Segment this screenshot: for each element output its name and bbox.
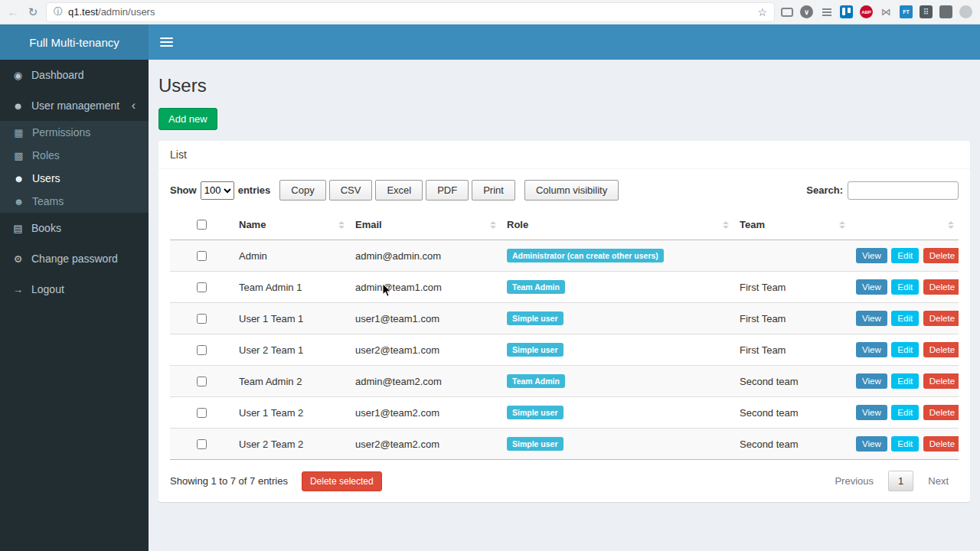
edit-button[interactable]: Edit: [891, 311, 919, 326]
layers-icon[interactable]: [820, 5, 833, 18]
view-button[interactable]: View: [856, 436, 887, 452]
edit-button[interactable]: Edit: [891, 248, 919, 263]
copy-button[interactable]: Copy: [279, 180, 325, 201]
sidebar-item-books[interactable]: ▤ Books: [0, 213, 149, 243]
sidebar-item-teams[interactable]: ☻ Teams: [0, 190, 149, 213]
view-button[interactable]: View: [856, 373, 887, 389]
column-header-name[interactable]: Name: [233, 210, 349, 240]
table-row: User 1 Team 1 user1@team1.com Simple use…: [170, 303, 959, 334]
delete-button[interactable]: Delete: [923, 279, 959, 295]
back-icon[interactable]: ←: [6, 5, 20, 18]
row-checkbox[interactable]: [197, 282, 207, 292]
column-header-role[interactable]: Role: [501, 210, 733, 240]
refresh-icon[interactable]: ↻: [26, 5, 40, 19]
sidebar-item-users[interactable]: ☻ Users: [0, 167, 149, 190]
delete-button[interactable]: Delete: [923, 436, 959, 452]
edit-button[interactable]: Edit: [891, 405, 919, 420]
ft-extension-icon[interactable]: FT: [900, 5, 913, 18]
delete-button[interactable]: Delete: [923, 373, 959, 389]
cell-team: [733, 240, 850, 272]
row-checkbox[interactable]: [197, 314, 207, 324]
browser-profile-icon[interactable]: [959, 5, 972, 18]
bookmark-star-icon[interactable]: ☆: [757, 6, 767, 18]
page-length-select[interactable]: 100: [201, 181, 234, 200]
previous-page-button[interactable]: Previous: [825, 471, 884, 491]
row-checkbox[interactable]: [197, 377, 207, 386]
cell-team: Second team: [733, 366, 850, 397]
delete-button[interactable]: Delete: [923, 342, 959, 357]
extension-icons: ∨ ABP ⋈ FT ⠿: [781, 5, 974, 18]
edit-button[interactable]: Edit: [891, 436, 919, 452]
edit-button[interactable]: Edit: [891, 342, 919, 357]
print-button[interactable]: Print: [472, 180, 515, 201]
row-checkbox[interactable]: [197, 408, 207, 418]
delete-selected-button[interactable]: Delete selected: [302, 471, 382, 491]
edit-button[interactable]: Edit: [891, 279, 919, 295]
column-header-actions[interactable]: [850, 210, 959, 240]
sidebar-item-user-management[interactable]: ☻ User management ‹: [0, 90, 149, 121]
search-input[interactable]: [848, 181, 959, 200]
page-1-button[interactable]: 1: [888, 471, 913, 491]
pocket-icon[interactable]: ∨: [800, 5, 813, 18]
adblock-icon[interactable]: ABP: [860, 5, 873, 18]
delete-button[interactable]: Delete: [923, 248, 959, 263]
view-button[interactable]: View: [856, 311, 887, 326]
sort-icon[interactable]: [338, 221, 345, 229]
sidebar-item-label: Roles: [32, 149, 60, 161]
sidebar-item-label: Permissions: [32, 126, 90, 139]
sidebar-item-label: User management: [31, 99, 119, 112]
sidebar-item-label: Books: [31, 222, 61, 234]
sort-icon[interactable]: [948, 221, 954, 229]
row-checkbox[interactable]: [197, 251, 207, 261]
cell-team: First Team: [733, 334, 850, 366]
add-new-button[interactable]: Add new: [158, 108, 217, 130]
csv-button[interactable]: CSV: [329, 180, 373, 201]
trello-icon[interactable]: [840, 5, 853, 18]
sort-icon[interactable]: [723, 221, 729, 229]
users-table: Name Email Role Team Admin admin@admin.c…: [170, 210, 959, 460]
pagination: Previous 1 Next: [825, 471, 959, 491]
column-visibility-button[interactable]: Column visibility: [524, 180, 619, 201]
next-page-button[interactable]: Next: [918, 471, 959, 491]
card-body: Show 100 entries Copy CSV Excel PDF Prin…: [158, 169, 970, 502]
page-info-icon[interactable]: ⓘ: [54, 5, 63, 18]
user-management-submenu: ▦ Permissions ▩ Roles ☻ Users ☻ Teams: [0, 121, 149, 213]
book-icon: ▤: [11, 223, 24, 234]
row-checkbox[interactable]: [197, 345, 207, 355]
edit-button[interactable]: Edit: [891, 373, 919, 389]
card-title: List: [158, 141, 970, 169]
sidebar-item-roles[interactable]: ▩ Roles: [0, 144, 149, 167]
view-button[interactable]: View: [856, 279, 887, 295]
list-card: List Show 100 entries Copy CSV Excel P: [158, 141, 970, 502]
sort-icon[interactable]: [839, 221, 845, 229]
column-header-team[interactable]: Team: [733, 210, 850, 240]
view-button[interactable]: View: [856, 342, 887, 357]
brand-logo[interactable]: Full Multi-tenancy: [0, 24, 149, 60]
sidebar-item-label: Teams: [32, 195, 64, 207]
snip-icon[interactable]: ⋈: [880, 5, 893, 18]
sidebar-item-permissions[interactable]: ▦ Permissions: [0, 121, 149, 144]
row-checkbox[interactable]: [197, 439, 207, 449]
pdf-button[interactable]: PDF: [426, 180, 469, 201]
sort-icon[interactable]: [490, 221, 496, 229]
column-header-email[interactable]: Email: [349, 210, 501, 240]
delete-button[interactable]: Delete: [923, 311, 959, 326]
excel-button[interactable]: Excel: [375, 180, 423, 201]
view-button[interactable]: View: [856, 405, 887, 420]
dots-grid-icon[interactable]: ⠿: [920, 5, 933, 18]
cell-team: Second team: [733, 397, 850, 429]
role-badge: Simple user: [507, 311, 564, 325]
sidebar-item-logout[interactable]: → Logout: [0, 274, 149, 305]
cast-icon[interactable]: [781, 8, 793, 17]
sidebar-item-label: Dashboard: [31, 69, 84, 81]
extension-square-icon[interactable]: [939, 5, 952, 18]
sidebar-item-dashboard[interactable]: ◉ Dashboard: [0, 60, 149, 90]
main-content: Users Add new List Show 100 entries Copy…: [149, 60, 980, 551]
sidebar-toggle-icon[interactable]: [160, 37, 173, 47]
address-bar[interactable]: ⓘ q1.test/admin/users ☆: [46, 2, 775, 22]
key-icon: ⚙: [11, 253, 24, 265]
view-button[interactable]: View: [856, 248, 887, 263]
select-all-checkbox[interactable]: [197, 220, 207, 230]
sidebar-item-change-password[interactable]: ⚙ Change password: [0, 243, 149, 274]
delete-button[interactable]: Delete: [923, 405, 959, 420]
